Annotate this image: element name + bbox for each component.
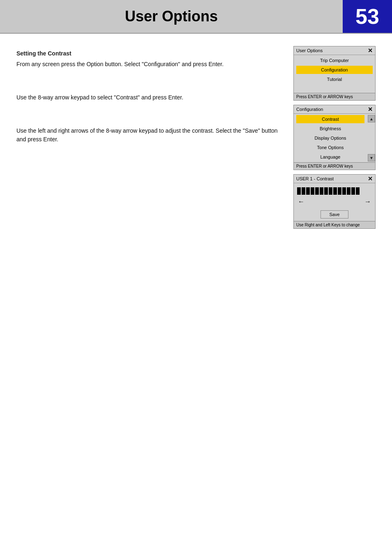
contrast-seg-10 [338,187,341,195]
user-options-title: User Options [296,48,323,53]
configuration-footer: Press ENTER or ARROW keys [294,162,375,170]
scroll-up-button[interactable]: ▲ [368,115,375,122]
save-btn-area: Save [294,210,375,219]
contrast-seg-2 [302,187,305,195]
configuration-widget: Configuration ✕ Contrast Brightness Disp… [293,105,376,170]
config-item-language[interactable]: Language [296,153,364,161]
contrast-seg-7 [324,187,328,195]
configuration-close-icon[interactable]: ✕ [368,106,373,112]
user-options-item-trip-computer[interactable]: Trip Computer [296,56,373,64]
contrast-seg-9 [333,187,337,195]
config-item-contrast[interactable]: Contrast [296,115,364,123]
contrast-seg-4 [311,187,314,195]
text-column: Setting the Contrast From any screen pre… [16,46,281,229]
contrast-seg-5 [315,187,319,195]
ui-column: User Options ✕ Trip Computer Configurati… [293,46,376,229]
user-options-footer: Press ENTER or ARROW keys [294,93,375,100]
page-title: User Options [125,8,218,25]
page-header: User Options 53 [0,0,392,34]
contrast-title: USER 1 - Contrast [296,176,334,181]
contrast-left-arrow[interactable]: ← [298,198,304,205]
contrast-seg-12 [347,187,350,195]
configuration-items: Contrast Brightness Display Options Tone… [294,115,375,161]
page-number: 53 [355,4,379,29]
config-item-tone-options[interactable]: Tone Options [296,143,364,152]
contrast-seg-6 [320,187,323,195]
section3-text: Use the left and right arrows of the 8-w… [16,127,281,144]
page-title-area: User Options [0,0,343,33]
contrast-titlebar: USER 1 - Contrast ✕ [294,175,375,183]
config-item-brightness[interactable]: Brightness [296,124,364,133]
contrast-bar-area: ← → [294,183,375,210]
scroll-down-button[interactable]: ▼ [368,154,375,161]
contrast-seg-1 [297,187,301,195]
user-options-item-tutorial[interactable]: Tutorial [296,75,373,83]
configuration-title: Configuration [296,107,323,112]
contrast-seg-13 [351,187,355,195]
user-options-item-configuration[interactable]: Configuration [296,66,373,74]
contrast-seg-3 [306,187,310,195]
save-button[interactable]: Save [321,210,348,219]
contrast-bar [297,187,372,195]
main-content: Setting the Contrast From any screen pre… [0,46,392,229]
config-item-display-options[interactable]: Display Options [296,134,364,142]
contrast-seg-14 [356,187,360,195]
section1-heading: Setting the Contrast [16,50,281,57]
user-options-close-icon[interactable]: ✕ [368,48,373,53]
configuration-titlebar: Configuration ✕ [294,105,375,114]
section1-text: From any screen press the Option button.… [16,60,281,69]
user-options-widget: User Options ✕ Trip Computer Configurati… [293,46,376,101]
page-number-box: 53 [343,0,392,33]
contrast-widget: USER 1 - Contrast ✕ [293,174,376,229]
contrast-seg-8 [329,187,332,195]
section2-text: Use the 8-way arrow keypad to select "Co… [16,93,281,102]
contrast-right-arrow[interactable]: → [364,198,371,205]
contrast-close-icon[interactable]: ✕ [368,176,373,182]
contrast-footer: Use Right and Left Keys to change [294,221,375,228]
contrast-seg-11 [342,187,346,195]
user-options-titlebar: User Options ✕ [294,46,375,55]
contrast-arrows: ← → [297,198,372,205]
user-options-items: Trip Computer Configuration Tutorial [294,56,375,83]
